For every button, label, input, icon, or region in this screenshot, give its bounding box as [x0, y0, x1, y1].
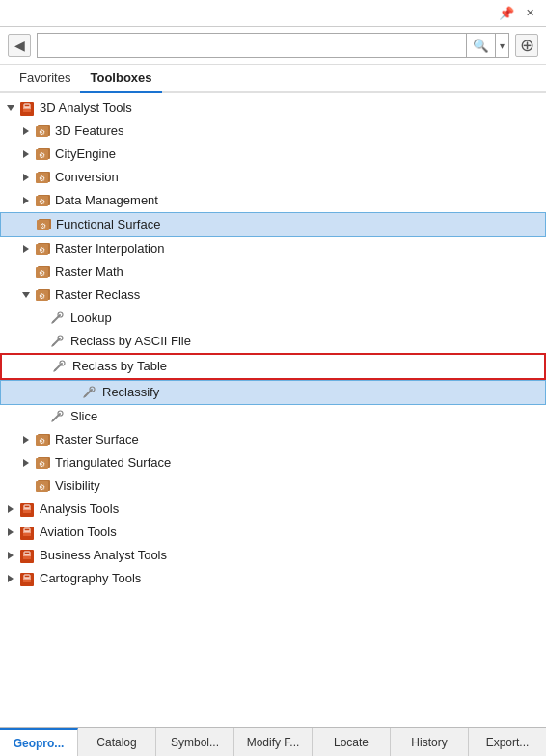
label-lookup: Lookup: [70, 309, 112, 328]
svg-marker-61: [8, 505, 14, 513]
tree-item-raster-math[interactable]: ⚙ Raster Math: [0, 260, 546, 284]
label-business-analyst: Business Analyst Tools: [40, 546, 167, 565]
svg-text:⚙: ⚙: [39, 483, 45, 492]
icon-cityengine: ⚙: [35, 148, 52, 161]
svg-marker-50: [23, 436, 29, 444]
tree-item-slice[interactable]: Slice: [0, 405, 546, 428]
svg-marker-13: [23, 174, 29, 181]
search-input[interactable]: [38, 39, 466, 53]
icon-reclass-table: [52, 360, 69, 373]
tree-item-lookup[interactable]: Lookup: [0, 307, 546, 330]
bottom-tab-catalog[interactable]: Catalog: [78, 728, 156, 756]
tree-item-raster-interpolation[interactable]: ⚙ Raster Interpolation: [0, 237, 546, 260]
tree-item-functional-surface[interactable]: ⚙ Functional Surface: [0, 212, 546, 237]
svg-marker-66: [8, 528, 14, 536]
bottom-tab-modify[interactable]: Modify F...: [234, 728, 313, 756]
tree-item-3d-features[interactable]: ⚙ 3D Features: [0, 120, 546, 143]
svg-text:⚙: ⚙: [39, 151, 45, 160]
toggle-data-management[interactable]: [19, 194, 33, 207]
search-bar: ◀ 🔍 ▾ ⊕: [0, 27, 546, 65]
dropdown-icon: ▾: [500, 40, 505, 51]
icon-slice: [50, 410, 68, 423]
label-conversion: Conversion: [55, 168, 119, 187]
label-data-management: Data Management: [55, 191, 158, 210]
bottom-tab-geopro[interactable]: Geopro...: [0, 728, 78, 756]
toggle-conversion[interactable]: [19, 171, 33, 184]
tree-item-3d-analyst[interactable]: 3D Analyst Tools: [0, 96, 546, 120]
toggle-analysis-tools[interactable]: [4, 502, 17, 516]
toggle-raster-interpolation[interactable]: [19, 242, 33, 256]
tree-item-reclassify[interactable]: Reclassify: [0, 380, 546, 405]
tree-item-aviation-tools[interactable]: Aviation Tools: [0, 521, 546, 544]
label-cartography-tools: Cartography Tools: [40, 569, 141, 588]
tree-item-reclass-table[interactable]: Reclass by Table: [0, 353, 546, 380]
tree-container[interactable]: 3D Analyst Tools ⚙ 3D Features ⚙ CityEng…: [0, 93, 546, 727]
toggle-raster-surface[interactable]: [19, 433, 33, 446]
icon-reclassify: [82, 386, 99, 399]
bottom-tab-export[interactable]: Export...: [469, 728, 546, 756]
bottom-tab-symbology[interactable]: Symbol...: [156, 728, 234, 756]
tree-item-business-analyst[interactable]: Business Analyst Tools: [0, 544, 546, 567]
svg-text:⚙: ⚙: [39, 437, 45, 446]
svg-text:⚙: ⚙: [39, 128, 45, 137]
icon-aviation-tools: [19, 526, 37, 539]
icon-conversion: ⚙: [35, 171, 52, 184]
search-dropdown-button[interactable]: ▾: [495, 34, 508, 57]
toggle-cityengine[interactable]: [19, 148, 33, 161]
icon-functional-surface: ⚙: [36, 218, 53, 231]
label-raster-math: Raster Math: [55, 262, 123, 282]
tree-item-reclass-ascii[interactable]: Reclass by ASCII File: [0, 330, 546, 353]
back-icon: ◀: [14, 38, 25, 53]
tree-item-raster-surface[interactable]: ⚙ Raster Surface: [0, 428, 546, 451]
label-raster-surface: Raster Surface: [55, 430, 139, 449]
label-cityengine: CityEngine: [55, 145, 116, 164]
bottom-tab-history[interactable]: History: [391, 728, 469, 756]
svg-marker-9: [23, 150, 29, 158]
label-visibility: Visibility: [55, 476, 100, 496]
toggle-aviation-tools[interactable]: [4, 526, 17, 539]
tree-item-data-management[interactable]: ⚙ Data Management: [0, 189, 546, 212]
label-slice: Slice: [70, 407, 97, 426]
back-button[interactable]: ◀: [8, 34, 31, 57]
label-aviation-tools: Aviation Tools: [40, 523, 117, 542]
add-button[interactable]: ⊕: [515, 34, 538, 57]
pin-button[interactable]: 📌: [495, 4, 518, 22]
close-button[interactable]: ✕: [522, 5, 538, 21]
icon-cartography-tools: [19, 572, 37, 585]
tab-favorites[interactable]: Favorites: [10, 65, 80, 93]
svg-marker-71: [8, 552, 14, 559]
toggle-raster-reclass[interactable]: [19, 288, 33, 302]
search-icon: 🔍: [473, 39, 489, 53]
svg-text:⚙: ⚙: [40, 222, 46, 230]
title-bar: 📌 ✕: [0, 0, 546, 27]
icon-data-management: ⚙: [35, 194, 52, 207]
label-reclassify: Reclassify: [102, 383, 159, 402]
icon-raster-math: ⚙: [35, 265, 52, 279]
tree-item-conversion[interactable]: ⚙ Conversion: [0, 166, 546, 189]
search-button[interactable]: 🔍: [466, 34, 495, 57]
toggle-3d-features[interactable]: [19, 124, 33, 138]
toggle-cartography-tools[interactable]: [4, 572, 17, 585]
undock-button[interactable]: [483, 12, 491, 15]
svg-marker-24: [23, 245, 29, 253]
tree-item-cartography-tools[interactable]: Cartography Tools: [0, 567, 546, 590]
add-icon: ⊕: [520, 35, 534, 56]
toggle-3d-analyst[interactable]: [4, 101, 17, 115]
svg-text:⚙: ⚙: [39, 198, 45, 206]
tab-toolboxes[interactable]: Toolboxes: [80, 65, 161, 93]
icon-lookup: [50, 311, 68, 325]
bottom-tab-locate[interactable]: Locate: [313, 728, 391, 756]
toggle-business-analyst[interactable]: [4, 549, 17, 562]
svg-text:⚙: ⚙: [39, 246, 45, 255]
svg-marker-17: [23, 197, 29, 204]
toggle-triangulated-surface[interactable]: [19, 456, 33, 470]
tree-item-triangulated-surface[interactable]: ⚙ Triangulated Surface: [0, 451, 546, 474]
tree-item-raster-reclass[interactable]: ⚙ Raster Reclass: [0, 284, 546, 307]
svg-text:⚙: ⚙: [39, 292, 45, 301]
icon-raster-interpolation: ⚙: [35, 242, 52, 256]
icon-3d-features: ⚙: [35, 124, 52, 138]
tree-item-visibility[interactable]: ⚙ Visibility: [0, 474, 546, 498]
tree-item-analysis-tools[interactable]: Analysis Tools: [0, 498, 546, 521]
svg-text:⚙: ⚙: [39, 269, 45, 278]
tree-item-cityengine[interactable]: ⚙ CityEngine: [0, 143, 546, 166]
